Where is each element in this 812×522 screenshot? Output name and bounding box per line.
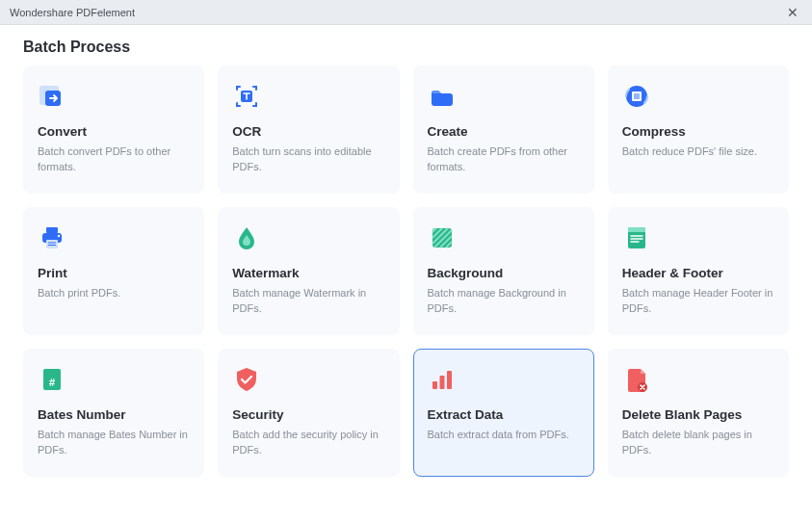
card-convert[interactable]: Convert Batch convert PDFs to other form… (23, 65, 204, 194)
card-title: Extract Data (428, 407, 580, 422)
svg-text:#: # (49, 377, 55, 388)
card-desc: Batch add the security policy in PDFs. (232, 428, 384, 458)
svg-rect-11 (628, 227, 645, 232)
card-title: Delete Blank Pages (622, 407, 774, 422)
card-title: Security (232, 407, 384, 422)
card-desc: Batch delete blank pages in PDFs. (622, 428, 774, 458)
batch-grid: Convert Batch convert PDFs to other form… (0, 65, 812, 500)
header-footer-icon (622, 223, 651, 252)
card-desc: Batch manage Background in PDFs. (428, 286, 580, 317)
card-bates-number[interactable]: # Bates Number Batch manage Bates Number… (23, 349, 204, 477)
print-icon (38, 223, 66, 252)
background-icon (428, 223, 457, 252)
card-compress[interactable]: Compress Batch reduce PDFs' file size. (608, 65, 789, 194)
card-title: Print (38, 266, 190, 280)
card-ocr[interactable]: OCR Batch turn scans into editable PDFs. (218, 65, 399, 194)
card-header-footer[interactable]: Header & Footer Batch manage Header Foot… (608, 207, 789, 335)
convert-icon (38, 82, 66, 111)
card-desc: Batch extract data from PDFs. (428, 428, 580, 443)
svg-rect-14 (432, 381, 437, 389)
close-icon[interactable]: ✕ (783, 5, 802, 20)
card-watermark[interactable]: Watermark Batch manage Watermark in PDFs… (218, 207, 399, 335)
compress-icon (622, 82, 651, 111)
card-title: Bates Number (38, 407, 190, 422)
page-title: Batch Process (0, 25, 812, 65)
svg-rect-15 (439, 376, 444, 389)
card-desc: Batch reduce PDFs' file size. (622, 144, 774, 160)
card-print[interactable]: Print Batch print PDFs. (23, 207, 204, 335)
create-icon (428, 82, 457, 111)
card-title: OCR (232, 124, 384, 139)
card-desc: Batch create PDFs from other formats. (428, 144, 580, 175)
card-desc: Batch turn scans into editable PDFs. (232, 144, 384, 175)
card-desc: Batch convert PDFs to other formats. (38, 144, 190, 175)
card-create[interactable]: Create Batch create PDFs from other form… (413, 65, 594, 194)
delete-blank-pages-icon (622, 365, 651, 394)
card-desc: Batch manage Watermark in PDFs. (232, 286, 384, 317)
card-background[interactable]: Background Batch manage Background in PD… (413, 207, 594, 335)
card-security[interactable]: Security Batch add the security policy i… (218, 349, 399, 477)
card-extract-data[interactable]: Extract Data Batch extract data from PDF… (413, 349, 594, 477)
card-desc: Batch manage Header Footer in PDFs. (622, 286, 774, 317)
bates-number-icon: # (38, 365, 66, 394)
svg-rect-5 (46, 227, 58, 233)
card-delete-blank-pages[interactable]: Delete Blank Pages Batch delete blank pa… (608, 349, 789, 477)
security-icon (232, 365, 261, 394)
extract-data-icon (428, 365, 457, 394)
card-desc: Batch print PDFs. (38, 286, 190, 301)
titlebar: Wondershare PDFelement ✕ (0, 0, 812, 25)
card-title: Compress (622, 124, 774, 139)
ocr-icon (232, 82, 261, 111)
card-desc: Batch manage Bates Number in PDFs. (38, 428, 190, 458)
card-title: Convert (38, 124, 190, 139)
card-title: Header & Footer (622, 266, 774, 280)
watermark-icon (232, 223, 261, 252)
svg-point-7 (58, 235, 60, 237)
card-title: Create (428, 124, 580, 139)
svg-rect-16 (447, 371, 452, 389)
window-title: Wondershare PDFelement (10, 7, 135, 18)
svg-rect-8 (46, 240, 58, 248)
card-title: Watermark (232, 266, 384, 280)
card-title: Background (428, 266, 580, 280)
